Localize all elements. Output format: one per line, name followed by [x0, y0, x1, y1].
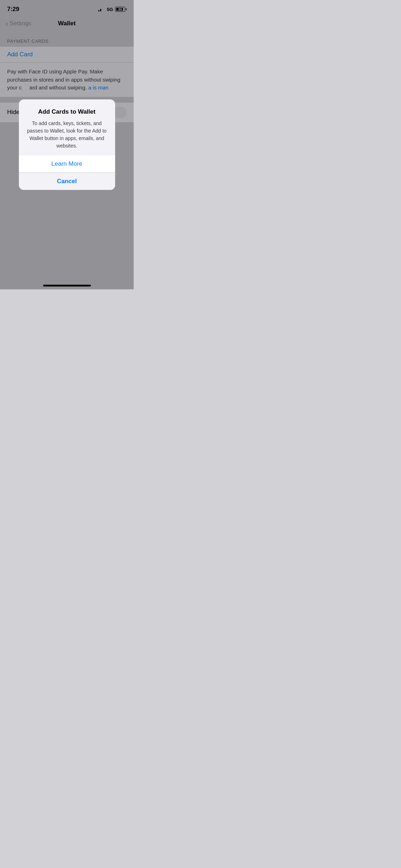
cancel-button[interactable]: Cancel — [19, 173, 115, 190]
alert-message: To add cards, keys, tickets, and passes … — [26, 120, 108, 150]
overlay: Add Cards to Wallet To add cards, keys, … — [0, 0, 134, 289]
alert-title: Add Cards to Wallet — [26, 108, 108, 116]
learn-more-button[interactable]: Learn More — [19, 155, 115, 172]
home-indicator — [43, 285, 91, 286]
alert-content: Add Cards to Wallet To add cards, keys, … — [19, 99, 115, 155]
alert-dialog: Add Cards to Wallet To add cards, keys, … — [19, 99, 115, 190]
